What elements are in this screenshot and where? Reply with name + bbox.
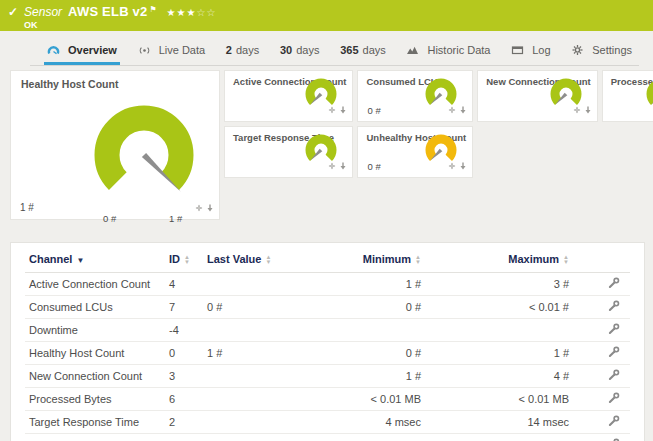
sensor-status-text: OK [24,20,216,30]
channel-name: Active Connection Count [25,273,165,296]
gear-icon[interactable] [328,100,336,118]
channel-table-panel: Channel▼ ID▲▼ Last Value▲▼ Minimum▲▼ Max… [10,242,645,441]
column-header-channel[interactable]: Channel▼ [25,245,165,273]
column-header-tools [573,245,630,273]
gauge-scale-max: 1 # [169,213,182,224]
sort-icon: ▲▼ [184,255,190,265]
channel-minimum: 1 # [287,365,425,388]
wrench-icon[interactable] [608,300,620,314]
tab-log[interactable]: Log [508,44,553,65]
channel-table: Channel▼ ID▲▼ Last Value▲▼ Minimum▲▼ Max… [25,245,630,441]
log-icon [511,44,524,56]
gauge-panel-new-connection-count: New Connection Count [477,70,598,122]
stars-filled: ★★★ [167,7,197,18]
historic-data-icon [406,44,419,56]
channel-id: 4 [165,273,203,296]
table-row: Downtime -4 [25,319,630,342]
priority-flag-icon: ⚑ [149,5,156,14]
gear-icon[interactable] [195,198,203,216]
wrench-icon[interactable] [608,277,620,291]
channel-maximum [425,319,573,342]
stars-empty: ☆☆ [196,7,216,18]
column-header-id[interactable]: ID▲▼ [165,245,203,273]
tab-live-data[interactable]: Live Data [135,44,208,65]
gear-icon[interactable] [573,100,581,118]
table-row: Processed Bytes 6 < 0.01 MB < 0.01 MB [25,388,630,411]
sort-icon: ▲▼ [563,255,569,265]
overview-content: Healthy Host Count 0 # 1 # 1 # Active Co… [10,70,645,441]
sensor-overview-page: ✓ Sensor AWS ELB v2 ⚑ ★★★☆☆ OK Overview … [0,0,653,441]
gauges-section: Healthy Host Count 0 # 1 # 1 # Active Co… [10,70,645,220]
channel-id: 7 [165,296,203,319]
healthy-host-count-gauge [69,95,219,213]
tab-overview[interactable]: Overview [44,44,120,65]
channel-maximum: 1 # [425,342,573,365]
wrench-icon[interactable] [608,346,620,360]
table-row: New Connection Count 3 1 # 4 # [25,365,630,388]
sensor-title: AWS ELB v2 [68,4,147,19]
channel-name: Healthy Host Count [25,342,165,365]
arrow-down-icon[interactable] [459,156,467,174]
tab-settings[interactable]: Settings [568,44,635,65]
processed-bytes-gauge [642,78,653,112]
channel-minimum: 4 msec [287,411,425,434]
sensor-header: ✓ Sensor AWS ELB v2 ⚑ ★★★☆☆ OK [0,0,653,31]
tab-historic-data[interactable]: Historic Data [403,44,493,65]
channel-maximum: < 0.01 # [425,296,573,319]
arrow-down-icon[interactable] [339,100,347,118]
tab-365-days[interactable]: 365days [337,44,389,65]
channel-last-value: 1 # [203,342,287,365]
gauge-panel-healthy-host-count: Healthy Host Count 0 # 1 # 1 # [10,70,220,220]
channel-minimum: < 0.01 MB [287,388,425,411]
wrench-icon[interactable] [608,392,620,406]
object-kind-label: Sensor [24,5,62,19]
table-row: Consumed LCUs 7 0 # 0 # < 0.01 # [25,296,630,319]
wrench-icon[interactable] [608,369,620,383]
sort-desc-icon: ▼ [76,256,84,265]
column-header-maximum[interactable]: Maximum▲▼ [425,245,573,273]
channel-maximum: 14 msec [425,411,573,434]
channel-name: Downtime [25,319,165,342]
tab-bar: Overview Live Data 2days 30days 365days … [30,31,639,66]
channel-minimum [287,319,425,342]
arrow-down-icon[interactable] [339,156,347,174]
arrow-down-icon[interactable] [584,100,592,118]
tab-30-days[interactable]: 30days [277,44,323,65]
table-row: Healthy Host Count 0 1 # 0 # 1 # [25,342,630,365]
gear-icon[interactable] [448,100,456,118]
gauge-scale-min: 0 # [103,213,116,224]
wrench-icon[interactable] [608,415,620,429]
channel-maximum: 4 # [425,365,573,388]
column-header-last-value[interactable]: Last Value▲▼ [203,245,287,273]
channel-maximum: < 0.01 MB [425,388,573,411]
gauge-current-value: 1 # [20,202,34,213]
arrow-down-icon[interactable] [459,100,467,118]
channel-minimum: 0 # [287,342,425,365]
channel-minimum: 0 # [287,296,425,319]
channel-last-value: 0 # [203,296,287,319]
table-row: Target Response Time 2 4 msec 14 msec [25,411,630,434]
gauge-current-value: 0 # [367,161,380,172]
channel-id: 2 [165,411,203,434]
gauge-current-value: 0 # [367,105,380,116]
column-header-minimum[interactable]: Minimum▲▼ [287,245,425,273]
tab-2-days[interactable]: 2days [223,44,262,65]
gauge-panel-target-response-time: Target Response Time [224,126,353,178]
channel-last-value [203,319,287,342]
channel-minimum: 1 # [287,273,425,296]
channel-id: -4 [165,319,203,342]
gear-icon[interactable] [328,156,336,174]
channel-last-value [203,411,287,434]
gear-icon[interactable] [448,156,456,174]
channel-maximum: 1 # [425,434,573,441]
channel-name: Target Response Time [25,411,165,434]
channel-maximum: 3 # [425,273,573,296]
channel-id: 0 [165,342,203,365]
table-row: Active Connection Count 4 1 # 3 # [25,273,630,296]
priority-stars[interactable]: ★★★☆☆ [167,7,217,18]
wrench-icon[interactable] [608,323,620,337]
gear-icon [571,44,584,56]
gauge-panel-consumed-lcus: Consumed LCUs 0 # [357,70,473,122]
channel-id: 3 [165,365,203,388]
arrow-down-icon[interactable] [206,198,214,216]
